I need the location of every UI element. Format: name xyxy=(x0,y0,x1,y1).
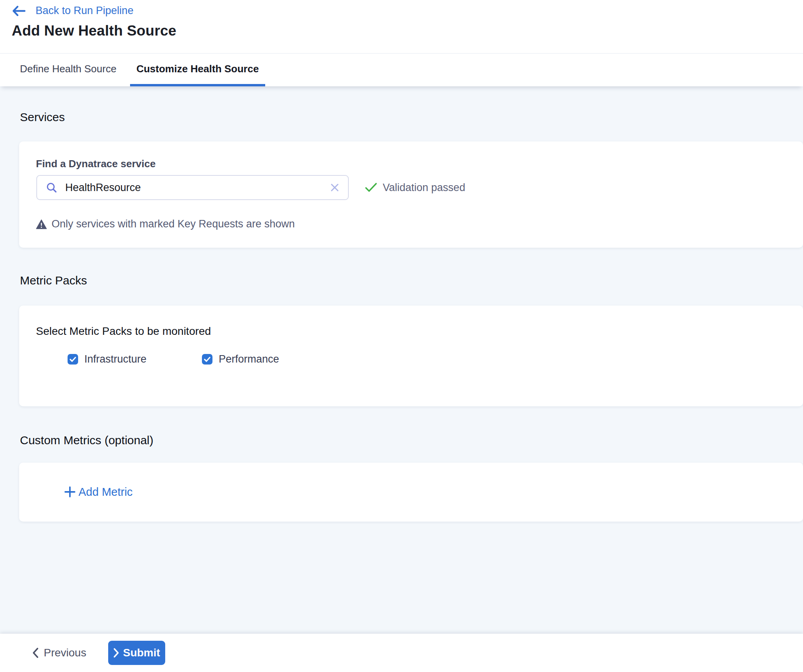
metric-packs-heading: Metric Packs xyxy=(20,274,87,287)
services-warning: Only services with marked Key Requests a… xyxy=(36,218,295,230)
back-link[interactable]: Back to Run Pipeline xyxy=(12,5,134,17)
validation-status: Validation passed xyxy=(365,175,465,200)
page-title: Add New Health Source xyxy=(12,23,177,39)
checkbox-performance-label: Performance xyxy=(219,353,279,365)
find-service-label: Find a Dynatrace service xyxy=(36,158,155,170)
submit-button-label: Submit xyxy=(123,647,160,659)
metric-packs-card: Select Metric Packs to be monitored Infr… xyxy=(19,306,803,406)
custom-metrics-heading: Custom Metrics (optional) xyxy=(20,434,153,447)
select-metric-packs-label: Select Metric Packs to be monitored xyxy=(36,325,211,338)
tab-customize-health-source[interactable]: Customize Health Source xyxy=(130,54,265,86)
validation-label: Validation passed xyxy=(383,182,465,194)
checkbox-infrastructure[interactable]: Infrastructure xyxy=(68,353,146,365)
service-search-input[interactable] xyxy=(65,182,330,194)
chevron-left-icon xyxy=(32,647,39,658)
add-metric-button[interactable]: Add Metric xyxy=(64,482,133,502)
warning-label: Only services with marked Key Requests a… xyxy=(52,218,295,230)
back-link-label: Back to Run Pipeline xyxy=(36,5,134,17)
previous-button[interactable]: Previous xyxy=(32,647,86,659)
checkbox-performance[interactable]: Performance xyxy=(202,353,279,365)
checkbox-checked-icon xyxy=(68,354,78,365)
service-search-field xyxy=(36,175,349,200)
services-card: Find a Dynatrace service xyxy=(19,141,803,248)
chevron-right-icon xyxy=(113,648,119,658)
page-header: Back to Run Pipeline Add New Health Sour… xyxy=(0,0,803,54)
submit-button[interactable]: Submit xyxy=(108,641,165,665)
checkbox-checked-icon xyxy=(202,354,212,365)
services-heading: Services xyxy=(20,111,65,124)
custom-metrics-card: Add Metric xyxy=(19,463,803,522)
footer-bar: Previous Submit xyxy=(0,634,803,672)
add-metric-label: Add Metric xyxy=(79,486,133,499)
clear-icon[interactable] xyxy=(330,183,339,192)
tab-bar: Define Health Source Customize Health So… xyxy=(0,54,803,86)
previous-button-label: Previous xyxy=(44,647,86,659)
metric-packs-options: Infrastructure Performance xyxy=(68,353,279,365)
content-area: Services Find a Dynatrace service xyxy=(0,86,803,634)
checkbox-infrastructure-label: Infrastructure xyxy=(84,353,146,365)
search-icon xyxy=(46,182,57,193)
back-arrow-icon xyxy=(12,5,26,17)
check-icon xyxy=(365,182,377,193)
warning-icon xyxy=(36,219,47,229)
plus-icon xyxy=(64,486,76,498)
add-health-source-page: Back to Run Pipeline Add New Health Sour… xyxy=(0,0,803,672)
tab-define-health-source[interactable]: Define Health Source xyxy=(20,54,116,86)
